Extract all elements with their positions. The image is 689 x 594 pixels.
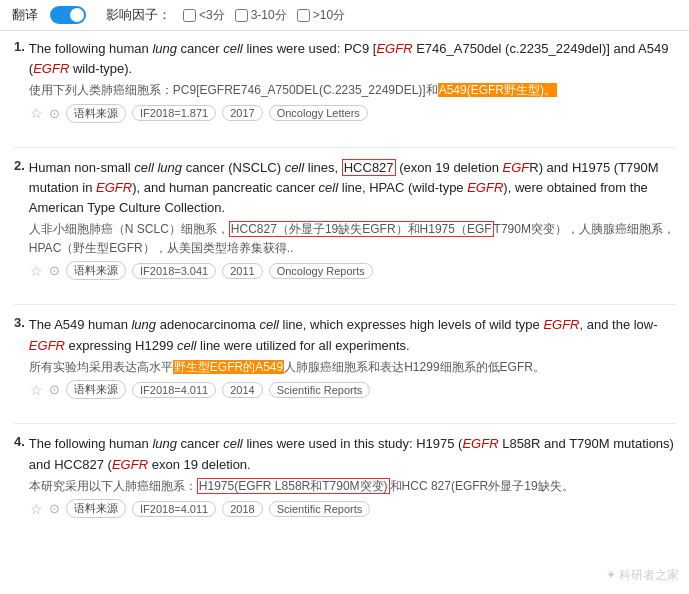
result-en-2: Human non-small cell lung cancer (NSCLC)… xyxy=(29,158,675,218)
egfr-1a: EGFR xyxy=(376,41,412,56)
if-tag-2: IF2018=3.041 xyxy=(132,263,216,279)
divider-3 xyxy=(14,423,675,424)
star-icon-1[interactable]: ☆ xyxy=(30,105,43,121)
lung-3: lung xyxy=(131,317,156,332)
filter-3-10-checkbox[interactable] xyxy=(235,9,248,22)
egfr-3a: EGFR xyxy=(543,317,579,332)
meta-row-4: ☆ ⊙ 语料来源 IF2018=4.011 2018 Scientific Re… xyxy=(30,499,675,518)
star-icon-2[interactable]: ☆ xyxy=(30,263,43,279)
watermark: ✦ 科研者之家 xyxy=(606,567,679,584)
filter-lt3-label: <3分 xyxy=(199,7,225,24)
source-tag-4[interactable]: 语料来源 xyxy=(66,499,126,518)
result-item-2: 2. Human non-small cell lung cancer (NSC… xyxy=(14,158,675,287)
divider-2 xyxy=(14,304,675,305)
result-number-2: 2. xyxy=(14,158,25,258)
lung-4: lung xyxy=(152,436,177,451)
journal-tag-4: Scientific Reports xyxy=(269,501,371,517)
meta-row-1: ☆ ⊙ 语料来源 IF2018=1.871 2017 Oncology Lett… xyxy=(30,104,675,123)
result-item-1: 1. The following human lung cancer cell … xyxy=(14,39,675,129)
egf-2: EGF xyxy=(503,160,530,175)
egfr-2b: EGFR xyxy=(96,180,132,195)
zh-highlight-1: A549(EGFR野生型)。 xyxy=(438,83,557,97)
zh-highlight-3: 野生型EGFR的A549 xyxy=(173,360,284,374)
year-tag-3: 2014 xyxy=(222,382,262,398)
egfr-3b: EGFR xyxy=(29,338,65,353)
source-tag-1[interactable]: 语料来源 xyxy=(66,104,126,123)
egfr-4b: EGFR xyxy=(112,457,148,472)
source-tag-2[interactable]: 语料来源 xyxy=(66,261,126,280)
recycle-icon-3[interactable]: ⊙ xyxy=(49,382,60,397)
recycle-icon-1[interactable]: ⊙ xyxy=(49,106,60,121)
result-en-4: The following human lung cancer cell lin… xyxy=(29,434,675,474)
filter-gt10[interactable]: >10分 xyxy=(297,7,345,24)
filter-label: 影响因子： xyxy=(106,6,171,24)
result-item-4: 4. The following human lung cancer cell … xyxy=(14,434,675,524)
hcc827-highlight: HCC827 xyxy=(342,159,396,176)
cell-3: cell xyxy=(259,317,279,332)
result-en-1: The following human lung cancer cell lin… xyxy=(29,39,675,79)
toggle-knob xyxy=(70,8,84,22)
recycle-icon-4[interactable]: ⊙ xyxy=(49,501,60,516)
translate-label: 翻译 xyxy=(12,6,38,24)
if-tag-1: IF2018=1.871 xyxy=(132,105,216,121)
result-zh-1: 使用下列人类肺癌细胞系：PC9[EGFRE746_A750DEL(C.2235_… xyxy=(29,81,675,100)
lung-1: lung xyxy=(152,41,177,56)
filter-lt3[interactable]: <3分 xyxy=(183,7,225,24)
cell-2: cell xyxy=(285,160,305,175)
filter-3-10-label: 3-10分 xyxy=(251,7,287,24)
meta-row-3: ☆ ⊙ 语料来源 IF2018=4.011 2014 Scientific Re… xyxy=(30,380,675,399)
cell-3b: cell xyxy=(177,338,197,353)
result-item-3: 3. The A549 human lung adenocarcinoma ce… xyxy=(14,315,675,405)
egfr-1b: EGFR xyxy=(33,61,69,76)
journal-tag-2: Oncology Reports xyxy=(269,263,373,279)
result-number-3: 3. xyxy=(14,315,25,376)
results-content: 1. The following human lung cancer cell … xyxy=(0,31,689,550)
star-icon-4[interactable]: ☆ xyxy=(30,501,43,517)
result-number-1: 1. xyxy=(14,39,25,100)
journal-tag-1: Oncology Letters xyxy=(269,105,368,121)
result-en-3: The A549 human lung adenocarcinoma cell … xyxy=(29,315,675,355)
cell-1: cell xyxy=(223,41,243,56)
source-tag-3[interactable]: 语料来源 xyxy=(66,380,126,399)
if-tag-3: IF2018=4.011 xyxy=(132,382,216,398)
translate-toggle[interactable] xyxy=(50,6,86,24)
result-zh-4: 本研究采用以下人肺癌细胞系：H1975(EGFR L858R和T790M突变)和… xyxy=(29,477,675,496)
divider-1 xyxy=(14,147,675,148)
if-tag-4: IF2018=4.011 xyxy=(132,501,216,517)
filter-3-10[interactable]: 3-10分 xyxy=(235,7,287,24)
year-tag-4: 2018 xyxy=(222,501,262,517)
result-zh-3: 所有实验均采用表达高水平野生型EGFR的A549人肺腺癌细胞系和表达H1299细… xyxy=(29,358,675,377)
zh-highlight-4: H1975(EGFR L858R和T790M突变) xyxy=(197,478,390,494)
filter-group: <3分 3-10分 >10分 xyxy=(183,7,345,24)
meta-row-2: ☆ ⊙ 语料来源 IF2018=3.041 2011 Oncology Repo… xyxy=(30,261,675,280)
year-tag-1: 2017 xyxy=(222,105,262,121)
filter-lt3-checkbox[interactable] xyxy=(183,9,196,22)
star-icon-3[interactable]: ☆ xyxy=(30,382,43,398)
top-bar: 翻译 影响因子： <3分 3-10分 >10分 xyxy=(0,0,689,31)
cell-2b: cell xyxy=(319,180,339,195)
egfr-4a: EGFR xyxy=(462,436,498,451)
cell-4: cell xyxy=(223,436,243,451)
recycle-icon-2[interactable]: ⊙ xyxy=(49,263,60,278)
cell-lung-2: cell lung xyxy=(134,160,182,175)
result-zh-2: 人非小细胞肺癌（N SCLC）细胞系，HCC827（外显子19缺失EGFR）和H… xyxy=(29,220,675,257)
filter-gt10-label: >10分 xyxy=(313,7,345,24)
egfr-2c: EGFR xyxy=(467,180,503,195)
filter-gt10-checkbox[interactable] xyxy=(297,9,310,22)
zh-highlight-2: HCC827（外显子19缺失EGFR）和H1975（EGF xyxy=(229,221,494,237)
journal-tag-3: Scientific Reports xyxy=(269,382,371,398)
result-number-4: 4. xyxy=(14,434,25,495)
year-tag-2: 2011 xyxy=(222,263,262,279)
